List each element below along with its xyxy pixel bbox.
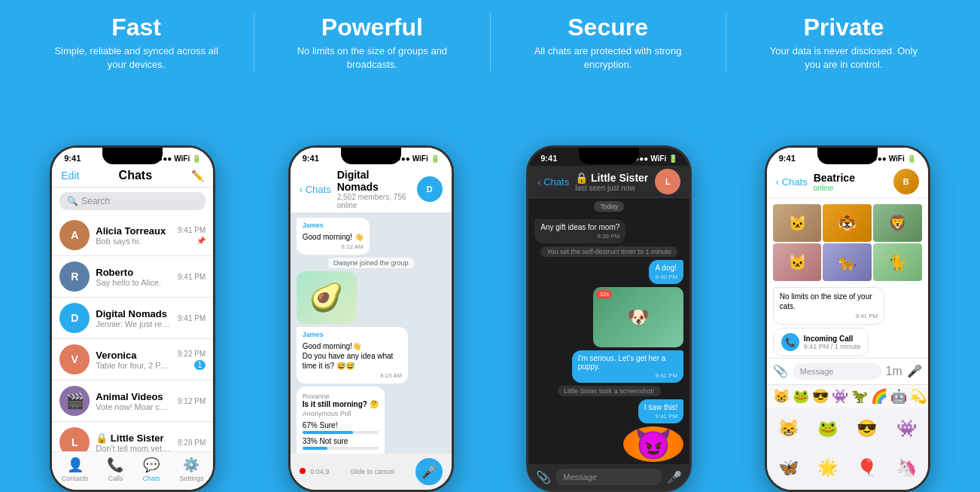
chat-content-alicia: Alicia Torreaux Bob says hi. bbox=[96, 225, 172, 246]
incoming-call-time: 9:41 PM / 1 minute bbox=[804, 343, 861, 350]
phone1-compose-icon[interactable]: ✏️ bbox=[191, 170, 204, 182]
incoming-call-label: Incoming Call bbox=[804, 335, 861, 343]
nav-contacts[interactable]: 👤 Contacts bbox=[62, 457, 89, 482]
sticker-avocado: 🥑 bbox=[297, 271, 357, 324]
section-secure-subtitle: All chats are protected with strong encr… bbox=[525, 44, 691, 72]
phone3-input-bar: 📎 Message 🎤 bbox=[528, 464, 689, 490]
phone4-emoji-bar: 😸 🐸 😎 👾 🦖 🌈 🤖 💫 🎃 🐙 bbox=[767, 384, 928, 408]
phone2-slide-cancel: Slide to cancel bbox=[350, 468, 394, 475]
phone-3-wrapper: 9:41 ●●● WiFi 🔋 ‹ Chats 🔒 Little Sister … bbox=[490, 145, 729, 492]
phone3-message-input[interactable]: Message bbox=[555, 469, 662, 485]
sticker-3[interactable]: 😎 bbox=[848, 411, 885, 448]
attachment-icon[interactable]: 📎 bbox=[536, 470, 551, 484]
chat-item-alicia[interactable]: A Alicia Torreaux Bob says hi. 9:41 PM 📌 bbox=[52, 215, 213, 256]
photo-cat-3: 🦁 bbox=[873, 204, 922, 242]
emoji-5[interactable]: 🦖 bbox=[851, 388, 868, 405]
phone4-attachment-icon[interactable]: 📎 bbox=[773, 364, 788, 378]
phone4-mic-icon[interactable]: 🎤 bbox=[907, 364, 922, 378]
phone1-search-placeholder: Search bbox=[81, 196, 110, 206]
mic-button[interactable]: 🎤 bbox=[415, 458, 443, 485]
nav-settings[interactable]: ⚙️ Settings bbox=[179, 457, 204, 482]
phone-2: 9:41 ●●● WiFi 🔋 ‹ Chats Digital Nomads 2… bbox=[288, 145, 454, 492]
sticker-2[interactable]: 🐸 bbox=[809, 411, 846, 448]
section-fast-subtitle: Simple, reliable and synced across all y… bbox=[53, 44, 219, 72]
search-icon: 🔍 bbox=[67, 196, 78, 206]
photo-cat-6: 🐈 bbox=[873, 243, 922, 281]
avatar-alicia: A bbox=[59, 220, 90, 250]
phone-2-wrapper: 9:41 ●●● WiFi 🔋 ‹ Chats Digital Nomads 2… bbox=[252, 145, 491, 492]
phone2-chat-header: ‹ Chats Digital Nomads 2,502 members, 75… bbox=[291, 166, 452, 213]
phone1-chat-list: A Alicia Torreaux Bob says hi. 9:41 PM 📌… bbox=[52, 215, 213, 451]
emoji-4[interactable]: 👾 bbox=[832, 388, 848, 405]
chat-item-roberto[interactable]: R Roberto Say hello to Alice. 9:41 PM bbox=[52, 256, 213, 298]
phone3-back-btn[interactable]: ‹ Chats bbox=[537, 176, 569, 188]
phone3-messages: Any gift ideas for mom? 8:39 PM You set … bbox=[528, 215, 689, 464]
record-indicator bbox=[300, 468, 306, 474]
phone4-1m-label: 1m bbox=[886, 365, 902, 378]
section-secure-title: Secure bbox=[568, 14, 648, 41]
call-icon: 📞 bbox=[781, 333, 799, 351]
today-label: Today bbox=[594, 201, 624, 212]
photo-cat-5: 🐆 bbox=[823, 243, 872, 281]
phone3-chat-avatar: L bbox=[655, 169, 680, 194]
sticker-5[interactable]: 🦋 bbox=[770, 450, 807, 487]
phone2-chat-name: Digital Nomads bbox=[337, 169, 411, 193]
section-fast: Fast Simple, reliable and synced across … bbox=[23, 14, 250, 72]
avatar-little-sister: L bbox=[59, 427, 90, 451]
phone2-back-btn[interactable]: ‹ Chats bbox=[300, 184, 331, 195]
phone3-chat-header: ‹ Chats 🔒 Little Sister last seen just n… bbox=[528, 166, 689, 198]
mic-icon[interactable]: 🎤 bbox=[667, 470, 682, 484]
video-thumb-msg: 32s 🐶 bbox=[593, 287, 683, 347]
sticker-1[interactable]: 😸 bbox=[770, 411, 807, 448]
phone1-time: 9:41 bbox=[64, 154, 81, 163]
section-powerful-title: Powerful bbox=[321, 14, 423, 41]
phone4-sticker-pack: 😸 🐸 😎 👾 🦋 🌟 🎈 🦄 bbox=[767, 408, 928, 490]
phone3-time: 9:41 bbox=[540, 154, 557, 163]
photo-cat-4: 🐱 bbox=[773, 243, 822, 281]
emoji-2[interactable]: 🐸 bbox=[793, 388, 809, 405]
chat-item-digital-nomads[interactable]: D Digital Nomads Jennie: We just reached… bbox=[52, 298, 213, 339]
phone3-chat-sub: last seen just now bbox=[575, 184, 649, 192]
emoji-6[interactable]: 🌈 bbox=[871, 388, 887, 405]
chat-item-veronica[interactable]: V Veronica Table for four, 2 PM. Be ther… bbox=[52, 339, 213, 380]
msg-james-morning: James Good morning! 👋 6:12 AM bbox=[297, 218, 370, 255]
sticker-4[interactable]: 👾 bbox=[888, 411, 925, 448]
poll-morning: Roxanne Is it still morning? 🤔 Anonymous… bbox=[297, 387, 385, 454]
section-private: Private Your data is never disclosed. On… bbox=[730, 14, 957, 72]
phone1-edit-btn[interactable]: Edit bbox=[61, 170, 79, 182]
phone1-nav-title: Chats bbox=[119, 169, 152, 182]
phone2-time: 9:41 bbox=[303, 154, 319, 163]
sticker-6[interactable]: 🌟 bbox=[809, 450, 846, 487]
chat-item-animal-videos[interactable]: 🎬 Animal Videos Vote now! Moar cat video… bbox=[52, 380, 213, 422]
avatar-digital-nomads: D bbox=[59, 303, 90, 333]
nav-calls[interactable]: 📞 Calls bbox=[107, 457, 123, 482]
system-timer-set: You set the self-destruct timer to 1 min… bbox=[540, 246, 677, 257]
emoji-1[interactable]: 😸 bbox=[773, 388, 790, 405]
system-screenshot: Little Sister took a screenshot! bbox=[558, 386, 661, 396]
phone3-chat-name: 🔒 Little Sister bbox=[575, 172, 649, 184]
phone-3: 9:41 ●●● WiFi 🔋 ‹ Chats 🔒 Little Sister … bbox=[526, 145, 692, 492]
phone2-group-avatar: D bbox=[417, 176, 443, 202]
phone4-messages: 🐱 🐯 🦁 🐱 🐆 🐈 No limits on the size of you… bbox=[767, 198, 928, 358]
phone-1-wrapper: 9:41 ●●● WiFi 🔋 Edit Chats ✏️ 🔍 Search bbox=[14, 145, 252, 492]
msg-i-saw-this: I saw this! 9:41 PM bbox=[638, 399, 683, 423]
sticker-8[interactable]: 🦄 bbox=[888, 450, 925, 487]
emoji-8[interactable]: 💫 bbox=[910, 388, 927, 405]
avatar-animal-videos: 🎬 bbox=[59, 386, 90, 416]
emoji-3[interactable]: 😎 bbox=[812, 388, 829, 405]
section-powerful: Powerful No limits on the size of groups… bbox=[258, 14, 485, 72]
phone4-chat-name: Beatrice bbox=[814, 172, 887, 184]
phone4-input-bar: 📎 Message 1m 🎤 bbox=[767, 358, 928, 384]
sticker-7[interactable]: 🎈 bbox=[848, 450, 885, 487]
phone4-message-input[interactable]: Message bbox=[793, 363, 881, 380]
avatar-roberto: R bbox=[59, 261, 90, 292]
nav-chats[interactable]: 💬 Chats bbox=[143, 457, 161, 482]
msg-a-dog: A dog! 8:40 PM bbox=[649, 260, 683, 284]
phone2-messages: James Good morning! 👋 6:12 AM Dwayne joi… bbox=[291, 213, 452, 454]
phone4-back-btn[interactable]: ‹ Chats bbox=[776, 176, 808, 188]
chat-item-little-sister[interactable]: L 🔒 Little Sister Don't tell mom yet, bu… bbox=[52, 422, 213, 451]
phone2-recording-bar: 0:04,9 Slide to cancel 🎤 bbox=[291, 454, 452, 490]
phone1-search[interactable]: 🔍 Search bbox=[59, 192, 205, 210]
msg-incoming-call: 📞 Incoming Call 9:41 PM / 1 minute bbox=[773, 328, 869, 356]
emoji-7[interactable]: 🤖 bbox=[890, 388, 907, 405]
